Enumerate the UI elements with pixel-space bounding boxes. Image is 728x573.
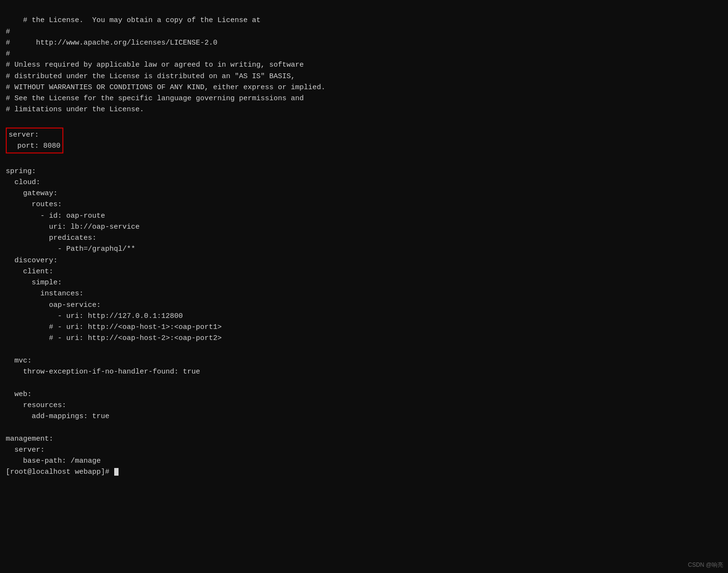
instances-key: instances: bbox=[6, 290, 84, 298]
add-mappings: add-mappings: true bbox=[6, 412, 109, 421]
watermark: CSDN @响亮 bbox=[688, 561, 723, 569]
mvc-throw-exception: throw-exception-if-no-handler-found: tru… bbox=[6, 368, 200, 376]
oap-uri-1: - uri: http://127.0.0.1:12800 bbox=[6, 312, 183, 320]
discovery-key: discovery: bbox=[6, 257, 58, 265]
comment-line-7: # WITHOUT WARRANTIES OR CONDITIONS OF AN… bbox=[6, 83, 325, 92]
prompt-line[interactable]: [root@localhost webapp]# bbox=[6, 468, 119, 476]
server-config-block: server: port: 8080 bbox=[6, 128, 63, 154]
route-id: - id: oap-route bbox=[6, 212, 105, 220]
code-content: # the License. You may obtain a copy of … bbox=[6, 4, 722, 489]
resources-key: resources: bbox=[6, 401, 66, 409]
route-uri: uri: lb://oap-service bbox=[6, 223, 140, 231]
route-predicates: predicates: bbox=[6, 234, 96, 242]
oap-uri-comment-2: # - uri: http://<oap-host-2>:<oap-port2> bbox=[6, 334, 222, 342]
routes-key: routes: bbox=[6, 200, 62, 209]
oap-uri-comment-1: # - uri: http://<oap-host-1>:<oap-port1> bbox=[6, 323, 222, 331]
comment-line-9: # limitations under the License. bbox=[6, 105, 144, 114]
comment-line-1: # the License. You may obtain a copy of … bbox=[23, 16, 261, 24]
comment-line-5: # Unless required by applicable law or a… bbox=[6, 61, 304, 69]
oap-service-key: oap-service: bbox=[6, 301, 101, 309]
management-server-key: server: bbox=[6, 446, 45, 454]
route-path: - Path=/graphql/** bbox=[6, 245, 135, 253]
gateway-key: gateway: bbox=[6, 189, 58, 198]
simple-key: simple: bbox=[6, 279, 62, 287]
comment-line-3: # http://www.apache.org/licenses/LICENSE… bbox=[6, 39, 217, 47]
terminal-window: # the License. You may obtain a copy of … bbox=[0, 0, 728, 573]
comment-line-4: # bbox=[6, 50, 10, 58]
spring-key: spring: bbox=[6, 167, 36, 175]
base-path: base-path: /manage bbox=[6, 457, 101, 465]
web-key: web: bbox=[6, 390, 32, 398]
mvc-key: mvc: bbox=[6, 357, 32, 365]
cloud-key: cloud: bbox=[6, 178, 40, 187]
terminal-cursor bbox=[114, 468, 119, 476]
client-key: client: bbox=[6, 268, 53, 276]
management-key: management: bbox=[6, 435, 53, 443]
comment-line-8: # See the License for the specific langu… bbox=[6, 94, 304, 103]
comment-line-6: # distributed under the License is distr… bbox=[6, 72, 295, 81]
comment-line-2: # bbox=[6, 28, 10, 36]
